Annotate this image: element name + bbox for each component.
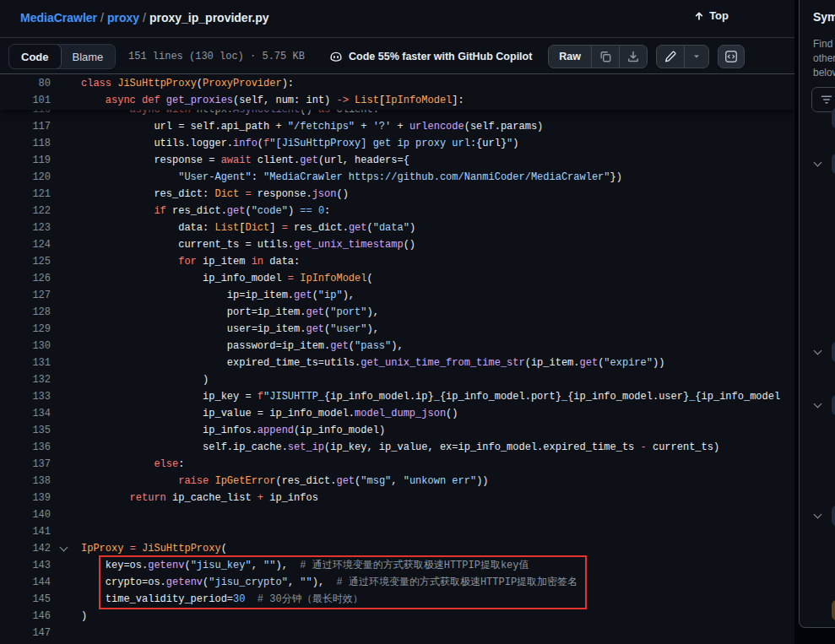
line-number[interactable]: 138 — [0, 473, 51, 490]
symbol-item[interactable] — [800, 154, 835, 174]
line-number[interactable]: 120 — [0, 169, 51, 186]
file-info: 151 lines (130 loc) · 5.75 KB — [128, 51, 305, 62]
line-number[interactable]: 134 — [0, 405, 51, 422]
symbols-panel-toggle-button[interactable] — [718, 45, 745, 68]
line-number[interactable]: 123 — [0, 219, 51, 236]
download-button[interactable] — [619, 46, 647, 68]
raw-actions-group: Raw — [548, 45, 648, 68]
symbols-panel-description: Find definitions and references for func… — [813, 37, 835, 80]
copy-raw-button[interactable] — [591, 46, 619, 68]
edit-file-button[interactable] — [657, 46, 684, 68]
chevron-down-icon[interactable] — [814, 347, 822, 355]
copilot-text: Code 55% faster with GitHub Copilot — [349, 51, 532, 62]
triangle-down-icon — [691, 51, 702, 62]
line-number[interactable]: 117 — [0, 118, 51, 135]
code-line-143: 143 key=os.getenv("jisu_key", ""), # 通过环… — [0, 557, 794, 574]
back-to-top-button[interactable]: Top — [693, 9, 729, 22]
code-blame-switch: Code Blame — [8, 44, 116, 69]
pencil-icon — [664, 50, 677, 63]
breadcrumb: MediaCrawler/proxy/proxy_ip_provider.py — [20, 11, 269, 24]
breadcrumb-bar: MediaCrawler/proxy/proxy_ip_provider.py … — [0, 0, 794, 37]
line-number[interactable]: 140 — [0, 506, 51, 523]
line-number[interactable]: 145 — [0, 591, 51, 608]
code-line-132: 132 ) — [0, 371, 794, 388]
line-number[interactable]: 137 — [0, 456, 51, 473]
symbols-desc-line: Find definitions and references for func… — [813, 37, 835, 51]
code-square-icon — [724, 50, 738, 63]
line-number[interactable]: 147 — [0, 625, 51, 641]
line-number[interactable]: 129 — [0, 321, 51, 338]
line-number[interactable]: 126 — [0, 270, 51, 287]
file-view: MediaCrawler/proxy/proxy_ip_provider.py … — [0, 0, 794, 644]
line-number[interactable]: 135 — [0, 422, 51, 439]
line-number[interactable]: 142 — [0, 540, 51, 557]
tab-code[interactable]: Code — [8, 44, 62, 69]
line-number[interactable]: 121 — [0, 186, 51, 203]
code-line-119: 119 response = await client.get(url, hea… — [0, 152, 794, 169]
line-number[interactable]: 133 — [0, 388, 51, 405]
code-line-80: 80class JiSuHttpProxy(ProxyProvider): — [0, 75, 794, 92]
line-number[interactable]: 130 — [0, 338, 51, 354]
back-to-top-label: Top — [709, 9, 729, 22]
code-line-141: 141 — [0, 523, 794, 540]
code-line-118: 118 utils.logger.info(f"[JiSuHttpProxy] … — [0, 135, 794, 152]
sticky-scope-header: 80class JiSuHttpProxy(ProxyProvider):101… — [0, 74, 794, 110]
line-number[interactable]: 80 — [0, 75, 51, 92]
breadcrumb-separator: / — [139, 11, 149, 24]
code-line-128: 128 port=ip_item.get("port"), — [0, 304, 794, 321]
code-line-145: 145 time_validity_period=30 # 30分钟（最长时效） — [0, 591, 794, 608]
line-number[interactable]: 139 — [0, 490, 51, 506]
symbol-item[interactable] — [800, 108, 835, 128]
symbol-pill[interactable] — [832, 154, 835, 174]
code-line-136: 136 self.ip_cache.set_ip(ip_key, ip_valu… — [0, 439, 794, 456]
line-number[interactable]: 146 — [0, 608, 51, 625]
code-line-125: 125 for ip_item in data: — [0, 253, 794, 270]
symbols-panel-title: Symbols — [813, 10, 835, 24]
edit-menu-button[interactable] — [684, 46, 708, 68]
symbol-item[interactable] — [800, 342, 835, 362]
tab-blame[interactable]: Blame — [61, 45, 116, 68]
raw-button[interactable]: Raw — [549, 46, 591, 68]
symbols-panel: Symbols Find definitions and references … — [799, 0, 835, 628]
symbol-item[interactable] — [800, 506, 835, 526]
breadcrumb-repo-link[interactable]: MediaCrawler — [20, 11, 97, 24]
line-number[interactable]: 144 — [0, 574, 51, 591]
code-line-140: 140 — [0, 506, 794, 523]
code-line-122: 122 if res_dict.get("code") == 0: — [0, 203, 794, 219]
chevron-down-icon[interactable] — [814, 159, 822, 167]
filter-icon — [820, 93, 833, 106]
line-number[interactable]: 143 — [0, 557, 51, 574]
line-number[interactable]: 124 — [0, 236, 51, 253]
code-line-121: 121 res_dict: Dict = response.json() — [0, 186, 794, 203]
symbol-pill[interactable] — [832, 108, 835, 128]
line-number[interactable]: 122 — [0, 203, 51, 219]
copilot-banner: Code 55% faster with GitHub Copilot — [329, 50, 532, 63]
line-number[interactable]: 127 — [0, 287, 51, 304]
symbol-item[interactable] — [800, 600, 835, 620]
symbols-desc-line: below or in the code. — [813, 66, 835, 80]
chevron-down-icon[interactable] — [814, 400, 822, 409]
symbol-pill[interactable] — [832, 600, 835, 620]
line-number[interactable]: 131 — [0, 354, 51, 371]
symbol-pill[interactable] — [832, 342, 835, 362]
line-number[interactable]: 141 — [0, 523, 51, 540]
code-line-146: 146) — [0, 608, 794, 625]
line-number[interactable]: 119 — [0, 152, 51, 169]
chevron-down-icon[interactable] — [60, 544, 68, 552]
line-number[interactable]: 136 — [0, 439, 51, 456]
line-number[interactable]: 101 — [0, 92, 51, 109]
symbol-pill[interactable] — [832, 395, 835, 415]
symbol-pill[interactable] — [832, 506, 835, 526]
line-number[interactable]: 132 — [0, 371, 51, 388]
chevron-down-icon[interactable] — [814, 511, 822, 519]
line-number[interactable]: 125 — [0, 253, 51, 270]
edit-actions-group — [656, 45, 709, 68]
symbol-item[interactable] — [800, 395, 835, 415]
code-line-144: 144 crypto=os.getenv("jisu_crypto", ""),… — [0, 574, 794, 591]
sticky-lines: 80class JiSuHttpProxy(ProxyProvider):101… — [0, 75, 794, 109]
line-number[interactable]: 128 — [0, 304, 51, 321]
breadcrumb-folder-link[interactable]: proxy — [107, 11, 139, 24]
line-number[interactable]: 118 — [0, 135, 51, 152]
code-line-133: 133 ip_key = f"JISUHTTP_{ip_info_model.i… — [0, 388, 794, 405]
code-line-120: 120 "User-Agent": "MediaCrawler https://… — [0, 169, 794, 186]
